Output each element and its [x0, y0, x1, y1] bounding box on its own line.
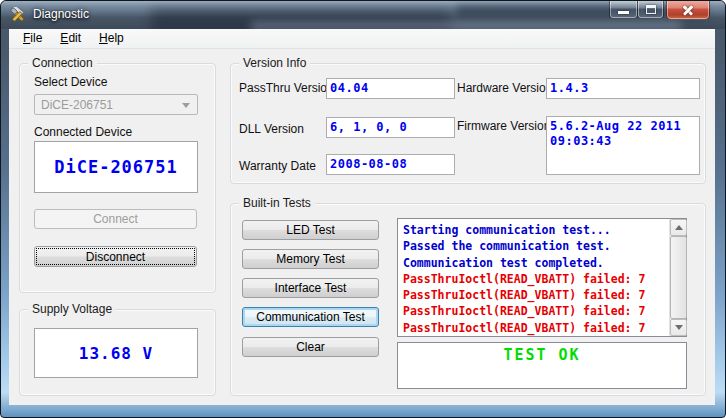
dll-version-label: DLL Version — [239, 122, 304, 136]
warranty-date-label: Warranty Date — [239, 159, 316, 173]
titlebar-glass-reflection — [151, 9, 451, 29]
group-connection-title: Connection — [28, 56, 97, 71]
passthru-version-field[interactable]: 04.04 — [326, 78, 455, 99]
log-line: PassThruIoctl(READ_VBATT) failed: 7 — [403, 303, 669, 319]
titlebar[interactable]: Diagnostic — [1, 1, 726, 29]
led-test-button[interactable]: LED Test — [242, 220, 379, 240]
select-device-dropdown[interactable]: DiCE-206751 — [34, 94, 198, 115]
warranty-date-field[interactable]: 2008-08-08 — [326, 154, 455, 175]
log-line: PassThruIoctl(READ_VBATT) failed: 7 — [403, 320, 669, 336]
connected-device-label: Connected Device — [34, 125, 132, 139]
arrow-down-icon — [675, 325, 683, 330]
clear-button[interactable]: Clear — [242, 337, 379, 357]
menubar: File Edit Help — [9, 29, 715, 49]
close-icon — [681, 3, 695, 17]
titlebar-glass-highlight — [251, 21, 681, 29]
diagnostic-window: Diagnostic File Edit Help Connection Sel… — [0, 0, 726, 418]
firmware-version-label: Firmware Version — [457, 119, 550, 133]
test-result-display: TEST OK — [397, 342, 687, 389]
connect-button[interactable]: Connect — [34, 209, 197, 229]
scroll-up-button[interactable] — [670, 219, 687, 236]
hardware-version-field[interactable]: 1.4.3 — [546, 78, 700, 99]
interface-test-button[interactable]: Interface Test — [242, 278, 379, 298]
caption-buttons — [609, 1, 710, 20]
log-scrollbar[interactable] — [669, 219, 686, 336]
select-device-label: Select Device — [34, 75, 107, 89]
maximize-button[interactable] — [637, 1, 664, 19]
menu-item-help[interactable]: Help — [90, 29, 133, 48]
window-title: Diagnostic — [33, 7, 89, 21]
log-line: PassThruIoctl(READ_VBATT) failed: 7 — [403, 287, 669, 303]
firmware-version-field[interactable]: 5.6.2-Aug 22 2011 09:03:43 — [546, 116, 700, 175]
close-button[interactable] — [666, 1, 710, 20]
connected-device-display: DiCE-206751 — [34, 141, 198, 193]
group-supply-voltage-title: Supply Voltage — [28, 302, 116, 317]
memory-test-button[interactable]: Memory Test — [242, 249, 379, 269]
test-log-lines: Starting communication test... Passed th… — [398, 219, 669, 336]
arrow-up-icon — [675, 225, 683, 230]
scrollbar-thumb[interactable] — [670, 236, 687, 319]
maximize-icon — [646, 5, 656, 14]
minimize-icon — [618, 11, 629, 14]
test-log-output[interactable]: Starting communication test... Passed th… — [397, 218, 687, 337]
crossed-tools-icon — [10, 7, 26, 23]
passthru-version-label: PassThru Version — [239, 81, 334, 95]
scroll-down-button[interactable] — [670, 319, 687, 336]
select-device-value: DiCE-206751 — [41, 98, 113, 112]
connected-device-value: DiCE-206751 — [54, 157, 178, 177]
communication-test-button[interactable]: Communication Test — [242, 307, 379, 327]
dll-version-field[interactable]: 6, 1, 0, 0 — [326, 117, 455, 138]
minimize-button[interactable] — [609, 1, 638, 19]
supply-voltage-display: 13.68 V — [34, 328, 198, 378]
group-builtin-tests-title: Built-in Tests — [239, 196, 315, 211]
supply-voltage-value: 13.68 V — [79, 344, 153, 363]
log-line: Passed the communication test. — [403, 238, 669, 254]
log-line: PassThruIoctl(READ_VBATT) failed: 7 — [403, 271, 669, 287]
log-line: Starting communication test... — [403, 222, 669, 238]
chevron-down-icon — [182, 103, 190, 108]
group-version-info-title: Version Info — [239, 56, 310, 71]
menu-item-file[interactable]: File — [14, 29, 51, 48]
menu-item-edit[interactable]: Edit — [51, 29, 90, 48]
hardware-version-label: Hardware Version — [457, 81, 552, 95]
log-line: Communication test completed. — [403, 255, 669, 271]
disconnect-button[interactable]: Disconnect — [34, 246, 197, 267]
